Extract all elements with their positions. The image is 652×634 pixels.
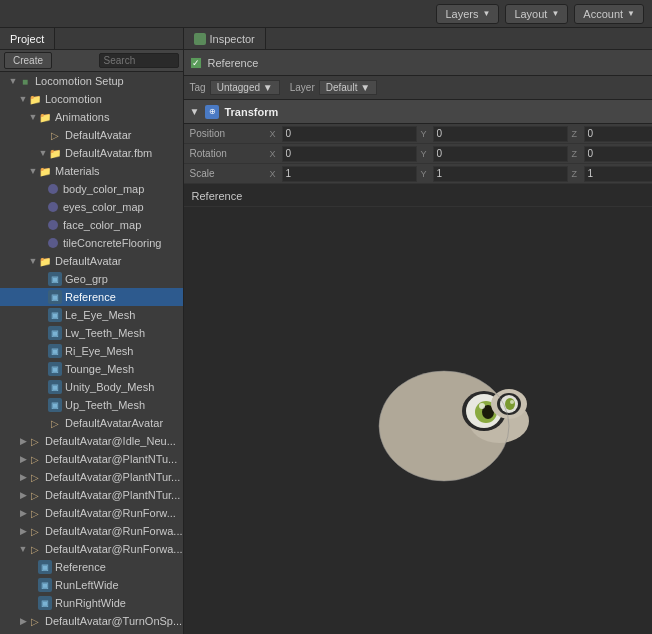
search-input[interactable] <box>99 53 179 68</box>
tree-item-plantntu3[interactable]: ▶ ▷ DefaultAvatar@PlantNTur... <box>0 486 183 504</box>
preview-label: Reference <box>184 184 652 207</box>
tree-item-plantntu1[interactable]: ▶ ▷ DefaultAvatar@PlantNTu... <box>0 450 183 468</box>
layer-label: Layer <box>290 82 315 93</box>
layout-button[interactable]: Layout ▼ <box>505 4 568 24</box>
anim-icon: ▷ <box>28 452 42 466</box>
tree-label: DefaultAvatar@RunForwa... <box>45 543 183 555</box>
position-y-field: Y <box>421 126 568 142</box>
arrow-icon: ▶ <box>18 454 28 464</box>
scale-x-input[interactable] <box>282 166 417 182</box>
active-checkbox[interactable]: ✓ <box>190 57 202 69</box>
project-toolbar: Create <box>0 50 183 72</box>
rotation-x-field: X <box>270 146 417 162</box>
mat-icon <box>48 238 58 248</box>
tree-item-locomotion[interactable]: ▼ 📁 Locomotion <box>0 90 183 108</box>
arrow-icon: ▼ <box>8 76 18 86</box>
inspector-panel: Inspector ✓ Reference Static ▼ Tag Untag… <box>184 28 652 634</box>
tree-label: DefaultAvatar@RunForw... <box>45 507 176 519</box>
rotation-y-input[interactable] <box>433 146 568 162</box>
tree-label: Tounge_Mesh <box>65 363 134 375</box>
position-z-input[interactable] <box>584 126 652 142</box>
arrow-icon: ▶ <box>18 436 28 446</box>
tree-item-runforw3[interactable]: ▼ ▷ DefaultAvatar@RunForwa... <box>0 540 183 558</box>
scale-row: Scale X Y Z <box>184 164 652 184</box>
tree-item-defaultavatar-anim[interactable]: ▷ DefaultAvatar <box>0 126 183 144</box>
tree-item-tile-concrete[interactable]: tileConcreteFlooring <box>0 234 183 252</box>
tree-label: DefaultAvatar <box>55 255 121 267</box>
tag-dropdown[interactable]: Untagged ▼ <box>210 80 280 95</box>
tree-item-locomotion-setup[interactable]: ▼ ■ Locomotion Setup <box>0 72 183 90</box>
tree-label: DefaultAvatarAvatar <box>65 417 163 429</box>
rotation-z-input[interactable] <box>584 146 652 162</box>
anim-icon: ▷ <box>28 524 42 538</box>
tree-label: DefaultAvatar@Idle_Neu... <box>45 435 176 447</box>
tree-item-eyes-color-map[interactable]: eyes_color_map <box>0 198 183 216</box>
tree-item-geo-grp[interactable]: ▣ Geo_grp <box>0 270 183 288</box>
tree-label: Lw_Teeth_Mesh <box>65 327 145 339</box>
tree-item-face-color-map[interactable]: face_color_map <box>0 216 183 234</box>
tree-item-defaultavataravatar[interactable]: ▷ DefaultAvatarAvatar <box>0 414 183 432</box>
scale-z-field: Z <box>572 166 652 182</box>
mesh-icon: ▣ <box>48 308 62 322</box>
inspector-tab[interactable]: Inspector <box>184 28 266 49</box>
account-button[interactable]: Account ▼ <box>574 4 644 24</box>
z-axis-label: Z <box>572 129 582 139</box>
tree-item-body-color-map[interactable]: body_color_map <box>0 180 183 198</box>
tree-label: DefaultAvatar@RunForwa... <box>45 525 183 537</box>
rotation-x-input[interactable] <box>282 146 417 162</box>
position-x-input[interactable] <box>282 126 417 142</box>
arrow-icon: ▼ <box>38 148 48 158</box>
arrow-icon: ▶ <box>18 526 28 536</box>
tree-item-le-eye-mesh[interactable]: ▣ Le_Eye_Mesh <box>0 306 183 324</box>
tree-item-tounge-mesh[interactable]: ▣ Tounge_Mesh <box>0 360 183 378</box>
tree-item-lw-teeth-mesh[interactable]: ▣ Lw_Teeth_Mesh <box>0 324 183 342</box>
tag-layer-row: Tag Untagged ▼ Layer Default ▼ <box>184 76 652 100</box>
tree-label: DefaultAvatar.fbm <box>65 147 152 159</box>
create-button[interactable]: Create <box>4 52 52 69</box>
layers-button[interactable]: Layers ▼ <box>436 4 499 24</box>
position-label: Position <box>190 128 270 139</box>
preview-canvas <box>184 207 652 634</box>
arrow-icon: ▼ <box>18 544 28 554</box>
tree-item-turnons[interactable]: ▶ ▷ DefaultAvatar@TurnOnSp... <box>0 612 183 630</box>
rotation-row: Rotation X Y Z <box>184 144 652 164</box>
tree-item-materials[interactable]: ▼ 📁 Materials <box>0 162 183 180</box>
tree-item-ri-eye-mesh[interactable]: ▣ Ri_Eye_Mesh <box>0 342 183 360</box>
tree-item-idle[interactable]: ▶ ▷ DefaultAvatar@Idle_Neu... <box>0 432 183 450</box>
tree-item-runforw1[interactable]: ▶ ▷ DefaultAvatar@RunForw... <box>0 504 183 522</box>
tree-item-runforw2[interactable]: ▶ ▷ DefaultAvatar@RunForwa... <box>0 522 183 540</box>
anim-icon: ▷ <box>28 434 42 448</box>
tree-item-plantntu2[interactable]: ▶ ▷ DefaultAvatar@PlantNTur... <box>0 468 183 486</box>
tree-label: Reference <box>55 561 106 573</box>
inspector-tab-label: Inspector <box>210 33 255 45</box>
folder-icon: 📁 <box>38 254 52 268</box>
transform-icon: ⊕ <box>205 105 219 119</box>
folder-icon: 📁 <box>28 92 42 106</box>
folder-icon: 📁 <box>48 146 62 160</box>
tree-item-runrightwide[interactable]: ▣ RunRightWide <box>0 594 183 612</box>
tree-item-runleftwide[interactable]: ▣ RunLeftWide <box>0 576 183 594</box>
mesh-icon: ▣ <box>38 596 52 610</box>
layer-dropdown[interactable]: Default ▼ <box>319 80 377 95</box>
svg-point-6 <box>479 403 485 409</box>
tree-label: Geo_grp <box>65 273 108 285</box>
tree-item-reference-selected[interactable]: ▣ Reference <box>0 288 183 306</box>
tree-label: Reference <box>65 291 116 303</box>
tree-item-walkforw1[interactable]: ▶ ▷ DefaultAvatar@WalkForw... <box>0 630 183 634</box>
scale-z-input[interactable] <box>584 166 652 182</box>
component-collapse-arrow[interactable]: ▼ <box>190 106 200 117</box>
tree-item-defaultavatar-fbm[interactable]: ▼ 📁 DefaultAvatar.fbm <box>0 144 183 162</box>
scale-y-input[interactable] <box>433 166 568 182</box>
tree-item-reference2[interactable]: ▣ Reference <box>0 558 183 576</box>
left-panel: Project Create ▼ ■ Locomotion Setup ▼ 📁 <box>0 28 184 634</box>
tree-item-up-teeth-mesh[interactable]: ▣ Up_Teeth_Mesh <box>0 396 183 414</box>
scale-label: Scale <box>190 168 270 179</box>
project-tree[interactable]: ▼ ■ Locomotion Setup ▼ 📁 Locomotion ▼ 📁 … <box>0 72 183 634</box>
tree-item-unity-body-mesh[interactable]: ▣ Unity_Body_Mesh <box>0 378 183 396</box>
mesh-icon: ▣ <box>48 290 62 304</box>
tree-item-defaultavatar-folder[interactable]: ▼ 📁 DefaultAvatar <box>0 252 183 270</box>
project-tab[interactable]: Project <box>0 28 55 49</box>
tree-item-animations[interactable]: ▼ 📁 Animations <box>0 108 183 126</box>
position-y-input[interactable] <box>433 126 568 142</box>
rotation-fields: X Y Z <box>270 146 652 162</box>
